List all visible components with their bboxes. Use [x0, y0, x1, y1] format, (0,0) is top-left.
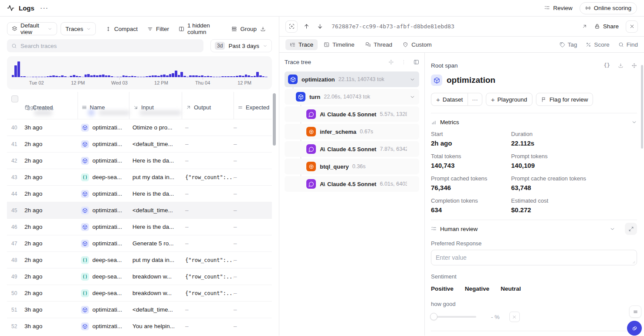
find-button[interactable]: Find: [618, 41, 638, 48]
trace-span-row[interactable]: A\ Claude 4.5 Sonnet 7.87s, 63426 tok: [285, 141, 419, 157]
row-number: 52: [7, 323, 24, 329]
table-row[interactable]: 49 2h ago () deep-sea... breakdown w... …: [7, 268, 272, 285]
sentiment-negative-button[interactable]: Negative: [465, 285, 489, 292]
trace-id: 762887e7-cc99-4b73-afbf-d8bde81ebd83: [332, 23, 454, 30]
assistant-fab[interactable]: [627, 321, 642, 336]
table-row[interactable]: 41 2h ago () optimizati... <default_time…: [7, 136, 272, 152]
metric-label: Estimated cost: [511, 197, 637, 204]
trace-tree-title: Trace tree: [285, 59, 311, 65]
tag-button[interactable]: Tag: [559, 41, 577, 48]
review-button[interactable]: Review: [544, 5, 572, 11]
table-row[interactable]: 45 2h ago () optimizati... <default_time…: [7, 202, 272, 218]
search-traces-box[interactable]: [7, 39, 203, 52]
json-view-icon[interactable]: {}: [604, 62, 610, 68]
trace-span-row[interactable]: optimization 22.11s, 140743 tok: [285, 71, 419, 87]
tab-trace[interactable]: Trace: [285, 39, 318, 50]
left-scrollbar-thumb[interactable]: [273, 93, 276, 146]
chevron-down-icon[interactable]: [610, 226, 615, 232]
trace-span-row[interactable]: infer_schema 0.67s: [285, 124, 419, 139]
search-input[interactable]: [20, 43, 199, 49]
metric-value: 140,109: [511, 162, 637, 169]
chevron-down-icon[interactable]: [410, 77, 415, 82]
resize-handle-icon[interactable]: [631, 259, 636, 264]
score-button[interactable]: Score: [586, 41, 609, 48]
right-scrollbar-thumb[interactable]: [641, 65, 643, 149]
filter-button[interactable]: Filter: [147, 26, 169, 32]
tab-custom[interactable]: Custom: [398, 39, 436, 50]
trace-span-row[interactable]: A\ Claude 4.5 Sonnet 5.57s, 13283 tok: [285, 106, 419, 122]
add-to-playground-button[interactable]: + Playground: [486, 93, 532, 106]
table-row[interactable]: 43 2h ago () deep-sea... put my data in.…: [7, 169, 272, 185]
drag-handle-button[interactable]: [629, 305, 641, 318]
blurred-cell: [88, 109, 95, 116]
open-in-new-button[interactable]: [582, 24, 587, 29]
dataset-more-button[interactable]: ···: [468, 93, 482, 106]
traces-selector[interactable]: Traces: [61, 22, 96, 35]
flag-for-review-button[interactable]: Flag for review: [536, 93, 593, 106]
how-good-slider[interactable]: [431, 316, 476, 318]
sentiment-neutral-button[interactable]: Neutral: [501, 285, 521, 292]
trace-span-row[interactable]: A\ Claude 4.5 Sonnet 6.01s, 64034 tok: [285, 176, 419, 192]
more-menu-icon[interactable]: ···: [41, 5, 49, 11]
clear-score-button[interactable]: [509, 312, 520, 322]
llm-icon: [306, 109, 316, 119]
column-header-output[interactable]: Output: [182, 92, 234, 119]
table-row[interactable]: 52 3h ago () optimizati... You are helpi…: [7, 318, 272, 334]
chevron-down-icon[interactable]: [410, 94, 415, 100]
focus-span-button[interactable]: [285, 20, 298, 33]
anthropic-logo: A\: [320, 111, 325, 118]
select-all-checkbox[interactable]: [11, 95, 18, 102]
panel-toggle-icon[interactable]: [414, 59, 419, 65]
expand-review-button[interactable]: [625, 223, 637, 235]
row-expected: –: [234, 174, 272, 180]
compact-toggle[interactable]: Compact: [105, 26, 138, 32]
move-icon[interactable]: [388, 59, 394, 65]
tab-timeline[interactable]: Timeline: [319, 39, 359, 50]
span-name: infer_schema: [320, 129, 356, 135]
table-row[interactable]: 44 2h ago () optimizati... Here is the d…: [7, 185, 272, 202]
how-good-label: how good: [431, 301, 455, 307]
chevron-down-icon[interactable]: [631, 119, 637, 125]
table-row[interactable]: 48 2h ago () deep-sea... put my data in.…: [7, 251, 272, 268]
tool-icon: [306, 162, 316, 171]
row-output: –: [182, 207, 234, 214]
view-selector[interactable]: Default view: [7, 22, 57, 35]
logs-list-panel: Default view Traces Compact Filter 1 hid…: [0, 17, 279, 336]
time-range-selector[interactable]: 3d Past 3 days: [210, 39, 272, 52]
preferred-response-label: Preferred Response: [431, 240, 637, 247]
table-row[interactable]: 40 3h ago () optimizati... Otimize o pro…: [7, 119, 272, 136]
human-review-section-header[interactable]: Human review: [431, 220, 637, 238]
move-icon[interactable]: [631, 63, 637, 68]
close-panel-button[interactable]: [626, 20, 638, 33]
table-row[interactable]: 42 2h ago () optimizati... Here is the d…: [7, 152, 272, 169]
tab-thread[interactable]: Thread: [361, 39, 397, 50]
table-row[interactable]: 50 2h ago () deep-sea... breakdown w... …: [7, 285, 272, 301]
add-to-dataset-button[interactable]: + Dataset: [431, 93, 468, 106]
preferred-response-input[interactable]: [431, 250, 637, 265]
sentiment-positive-button[interactable]: Positive: [431, 285, 454, 292]
table-row[interactable]: 47 2h ago () optimizati... Generate 5 ro…: [7, 235, 272, 251]
row-expected: –: [234, 290, 272, 296]
trace-span-row[interactable]: turn 22.06s, 140743 tok: [285, 89, 419, 105]
table-row[interactable]: 51 3h ago () optimizati... <default_time…: [7, 301, 272, 318]
trace-detail-panel: 762887e7-cc99-4b73-afbf-d8bde81ebd83 Sha…: [279, 17, 644, 336]
column-header-expected[interactable]: Expected: [234, 92, 272, 119]
span-meta: 0.36s: [352, 163, 366, 170]
download-button[interactable]: [260, 26, 266, 32]
online-scoring-button[interactable]: Online scoring: [580, 2, 637, 14]
trace-tree-list: optimization 22.11s, 140743 tok turn 22.…: [285, 71, 419, 192]
next-trace-button[interactable]: [315, 23, 325, 30]
trace-span-row[interactable]: btql_query 0.36s: [285, 159, 419, 174]
metrics-section-header[interactable]: Metrics: [431, 113, 637, 131]
prev-trace-button[interactable]: [302, 23, 311, 30]
tree-menu-icon[interactable]: [401, 59, 407, 65]
trace-volume-histogram[interactable]: Tue 0212 PMWed 0312 PMThu 0412 PM: [7, 56, 272, 89]
download-icon[interactable]: [618, 63, 624, 68]
hidden-columns-button[interactable]: 1 hidden column: [179, 22, 222, 35]
group-button[interactable]: Group: [231, 26, 257, 32]
row-input: Otimize o pro...: [129, 124, 182, 131]
metric-value: 76,346: [431, 184, 511, 191]
slider-knob[interactable]: [430, 313, 437, 320]
share-button[interactable]: Share: [594, 23, 619, 30]
table-row[interactable]: 46 2h ago () optimizati... Here is the d…: [7, 218, 272, 235]
